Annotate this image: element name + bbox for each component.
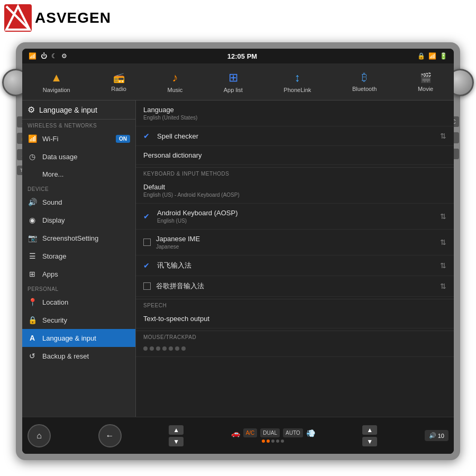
- battery-icon: 🔋: [440, 52, 447, 60]
- spell-settings-icon[interactable]: ⇅: [440, 132, 446, 140]
- google-title: 谷歌拼音输入法: [156, 281, 204, 291]
- security-label: Security: [42, 316, 67, 324]
- right-item-language[interactable]: Language English (United States): [136, 100, 454, 126]
- section-personal: PERSONAL: [22, 283, 135, 293]
- lock-icon: 🔒: [417, 52, 425, 60]
- settings-item-language[interactable]: A Language & input: [22, 329, 135, 347]
- dual-btn[interactable]: DUAL: [260, 428, 280, 437]
- mouse-section-label: MOUSE/TRACKPAD: [136, 331, 454, 341]
- default-sub: English (US) - Android Keyboard (AOSP): [143, 192, 446, 198]
- back-button[interactable]: ←: [98, 424, 122, 447]
- wifi-icon: 📶: [28, 134, 37, 143]
- speech-section-label: SPEECH: [136, 299, 454, 309]
- right-item-mouse: [136, 341, 454, 357]
- signal-icon: 📶: [428, 52, 436, 60]
- google-settings-icon[interactable]: ⇅: [440, 282, 446, 290]
- settings-item-sound[interactable]: 🔊 Sound: [22, 193, 135, 211]
- right-item-aosp[interactable]: ✔ Android Keyboard (AOSP) English (US) ⇅: [136, 204, 454, 230]
- status-left-icons: 📶 ⏻ ☾ ⚙: [29, 52, 67, 60]
- settings-left-panel: ⚙ Language & input WIRELESS & NETWORKS 📶…: [22, 100, 136, 417]
- right-item-xunfei[interactable]: ✔ 讯飞输入法 ⇅: [136, 255, 454, 276]
- ac-btn[interactable]: A/C: [243, 428, 258, 437]
- right-item-dict[interactable]: Personal dictionary: [136, 146, 454, 165]
- right-item-spell[interactable]: ✔ Spell checker ⇅: [136, 126, 454, 146]
- right-item-google[interactable]: 谷歌拼音输入法 ⇅: [136, 276, 454, 297]
- settings-item-data[interactable]: ◷ Data usage: [22, 148, 135, 166]
- nav-label-phonelink: PhoneLink: [283, 87, 311, 93]
- section-device: DEVICE: [22, 183, 135, 193]
- nav-item-bluetooth[interactable]: ₿ Bluetooth: [352, 71, 377, 92]
- sound-icon: 🔊: [28, 198, 37, 206]
- storage-label: Storage: [42, 252, 67, 260]
- content-area: ⚙ Language & input WIRELESS & NETWORKS 📶…: [22, 100, 454, 417]
- data-label: Data usage: [42, 153, 78, 161]
- location-label: Location: [42, 298, 68, 306]
- keyboard-section-label: KEYBOARD & INPUT METHODS: [136, 167, 454, 178]
- settings-gear-icon: ⚙: [28, 105, 35, 115]
- wifi-toggle[interactable]: ON: [116, 135, 130, 143]
- home-button[interactable]: ⌂: [28, 424, 51, 447]
- nav-label-navigation: Navigation: [43, 87, 70, 93]
- car-icon: 🚗: [231, 429, 240, 437]
- right-item-tts[interactable]: Text-to-speech output: [136, 309, 454, 328]
- japanese-check-icon: [143, 239, 151, 246]
- settings-item-apps[interactable]: ⊞ Apps: [22, 265, 135, 283]
- nav-item-radio[interactable]: 📻 Radio: [111, 72, 126, 92]
- settings-item-screenshot[interactable]: 📷 ScreenshotSetting: [22, 229, 135, 247]
- spell-title: Spell checker: [157, 132, 198, 140]
- nav-up-right[interactable]: ▲: [362, 425, 377, 435]
- language-label: Language & input: [42, 334, 96, 342]
- spell-check-icon: ✔: [143, 132, 152, 140]
- right-item-default[interactable]: Default English (US) - Android Keyboard …: [136, 178, 454, 204]
- tts-title: Text-to-speech output: [143, 315, 446, 323]
- status-right-icons: 🔒 📶 🔋: [417, 52, 447, 60]
- right-item-japanese[interactable]: Japanese IME Japanese ⇅: [136, 230, 454, 255]
- settings-icon: ⚙: [61, 52, 67, 60]
- settings-item-wifi[interactable]: 📶 Wi-Fi ON: [22, 130, 135, 148]
- nav-up-left[interactable]: ▲: [169, 425, 184, 435]
- screenshot-label: ScreenshotSetting: [42, 234, 98, 242]
- aosp-sub: English (US): [157, 218, 237, 224]
- nav-label-bluetooth: Bluetooth: [352, 86, 377, 92]
- volume-level: 10: [438, 433, 444, 439]
- settings-item-location[interactable]: 📍 Location: [22, 293, 135, 311]
- display-icon: ◉: [28, 216, 37, 224]
- screenshot-icon: 📷: [28, 234, 37, 242]
- more-label: More...: [42, 170, 63, 178]
- settings-item-backup[interactable]: ↺ Backup & reset: [22, 347, 135, 365]
- aosp-check-icon: ✔: [143, 212, 152, 221]
- nav-down-left[interactable]: ▼: [169, 437, 184, 446]
- brand-name: ASVEGEN: [35, 10, 111, 26]
- nav-item-movie[interactable]: 🎬 Movie: [418, 72, 433, 92]
- nav-item-applist[interactable]: ⊞ App list: [224, 71, 243, 93]
- nav-down-right[interactable]: ▼: [362, 437, 377, 446]
- wifi-label: Wi-Fi: [42, 135, 58, 143]
- auto-btn[interactable]: AUTO: [283, 428, 303, 437]
- nav-item-phonelink[interactable]: ↕ PhoneLink: [283, 71, 311, 93]
- japanese-sub: Japanese: [156, 244, 200, 250]
- nav-item-music[interactable]: ♪ Music: [168, 71, 183, 93]
- right-panel: Language English (United States) ✔ Spell…: [136, 100, 454, 417]
- xunfei-settings-icon[interactable]: ⇅: [440, 261, 446, 270]
- settings-item-security[interactable]: 🔒 Security: [22, 311, 135, 329]
- language-icon: A: [28, 334, 37, 342]
- status-time: 12:05 PM: [227, 52, 257, 60]
- settings-item-storage[interactable]: ☰ Storage: [22, 247, 135, 265]
- aosp-settings-icon[interactable]: ⇅: [440, 212, 446, 221]
- volume-icon: 🔊: [429, 432, 436, 439]
- japanese-settings-icon[interactable]: ⇅: [440, 238, 446, 246]
- nav-item-navigation[interactable]: ▲ Navigation: [43, 71, 70, 93]
- default-title: Default: [143, 183, 446, 191]
- right-nav-group: ▲ ▼: [362, 425, 377, 446]
- display-label: Display: [42, 216, 65, 224]
- settings-item-display[interactable]: ◉ Display: [22, 211, 135, 229]
- sound-label: Sound: [42, 198, 62, 206]
- settings-item-more[interactable]: More...: [22, 166, 135, 183]
- radio-icon: 📻: [113, 72, 125, 84]
- xunfei-check-icon: ✔: [143, 261, 152, 270]
- nav-label-movie: Movie: [418, 86, 433, 92]
- movie-icon: 🎬: [420, 72, 432, 84]
- brand-logo-icon: [4, 4, 32, 32]
- settings-header: ⚙ Language & input: [22, 100, 135, 120]
- applist-icon: ⊞: [228, 71, 238, 85]
